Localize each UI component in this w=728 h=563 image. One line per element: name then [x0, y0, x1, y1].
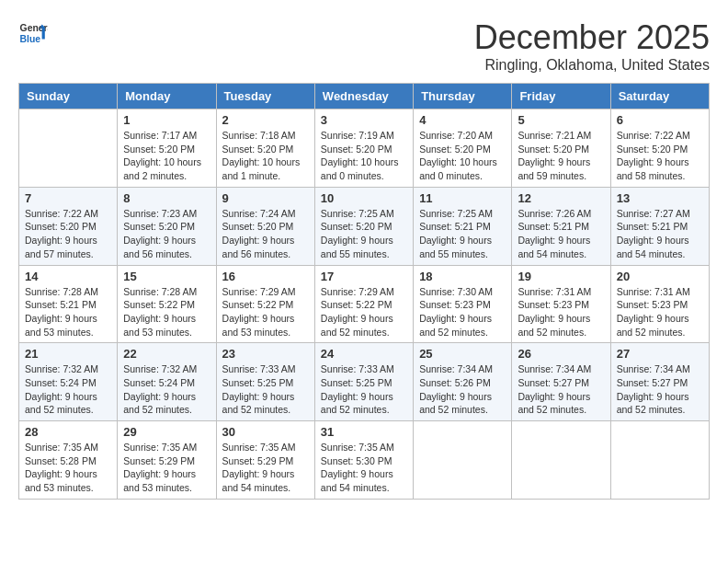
day-number: 6 — [617, 113, 703, 127]
calendar-cell — [414, 421, 512, 500]
logo-icon: General Blue — [18, 18, 48, 48]
day-number: 29 — [123, 425, 210, 439]
day-info: Sunrise: 7:29 AM Sunset: 5:22 PM Dayligh… — [321, 285, 407, 339]
day-number: 18 — [419, 270, 506, 283]
day-number: 21 — [25, 347, 111, 361]
column-header-saturday: Saturday — [610, 84, 709, 109]
calendar-week-2: 7Sunrise: 7:22 AM Sunset: 5:20 PM Daylig… — [19, 187, 710, 265]
calendar-cell: 9Sunrise: 7:24 AM Sunset: 5:20 PM Daylig… — [216, 187, 314, 265]
calendar-week-1: 1Sunrise: 7:17 AM Sunset: 5:20 PM Daylig… — [19, 109, 710, 188]
title-block: December 2025 Ringling, Oklahoma, United… — [474, 18, 710, 74]
calendar-cell: 20Sunrise: 7:31 AM Sunset: 5:23 PM Dayli… — [610, 265, 709, 343]
day-info: Sunrise: 7:35 AM Sunset: 5:29 PM Dayligh… — [123, 441, 210, 495]
calendar-cell: 18Sunrise: 7:30 AM Sunset: 5:23 PM Dayli… — [414, 265, 512, 343]
day-number: 1 — [123, 113, 210, 127]
day-number: 23 — [222, 347, 309, 361]
day-number: 26 — [518, 347, 604, 361]
day-number: 13 — [617, 191, 703, 205]
day-info: Sunrise: 7:35 AM Sunset: 5:28 PM Dayligh… — [25, 441, 111, 495]
day-number: 19 — [518, 270, 604, 283]
calendar-cell: 4Sunrise: 7:20 AM Sunset: 5:20 PM Daylig… — [414, 109, 512, 188]
day-number: 7 — [25, 191, 111, 205]
calendar-cell: 2Sunrise: 7:18 AM Sunset: 5:20 PM Daylig… — [216, 109, 314, 188]
column-header-thursday: Thursday — [414, 84, 512, 109]
day-info: Sunrise: 7:34 AM Sunset: 5:27 PM Dayligh… — [518, 362, 604, 417]
day-info: Sunrise: 7:25 AM Sunset: 5:21 PM Dayligh… — [419, 207, 506, 261]
day-info: Sunrise: 7:18 AM Sunset: 5:20 PM Dayligh… — [222, 129, 309, 183]
column-header-wednesday: Wednesday — [314, 84, 413, 109]
day-info: Sunrise: 7:19 AM Sunset: 5:20 PM Dayligh… — [321, 129, 407, 183]
day-number: 9 — [222, 191, 309, 205]
column-header-friday: Friday — [512, 84, 610, 109]
calendar-cell: 11Sunrise: 7:25 AM Sunset: 5:21 PM Dayli… — [414, 187, 512, 265]
day-number: 31 — [321, 425, 407, 439]
calendar-cell: 12Sunrise: 7:26 AM Sunset: 5:21 PM Dayli… — [512, 187, 610, 265]
calendar-cell: 17Sunrise: 7:29 AM Sunset: 5:22 PM Dayli… — [314, 265, 413, 343]
day-number: 11 — [419, 191, 506, 205]
day-number: 25 — [419, 347, 506, 361]
day-number: 2 — [222, 113, 309, 127]
calendar-cell: 7Sunrise: 7:22 AM Sunset: 5:20 PM Daylig… — [19, 187, 118, 265]
day-info: Sunrise: 7:34 AM Sunset: 5:27 PM Dayligh… — [617, 362, 703, 417]
calendar-cell: 22Sunrise: 7:32 AM Sunset: 5:24 PM Dayli… — [118, 343, 216, 421]
day-info: Sunrise: 7:21 AM Sunset: 5:20 PM Dayligh… — [518, 129, 604, 183]
day-info: Sunrise: 7:32 AM Sunset: 5:24 PM Dayligh… — [25, 362, 111, 417]
day-number: 15 — [123, 270, 210, 283]
calendar-week-3: 14Sunrise: 7:28 AM Sunset: 5:21 PM Dayli… — [19, 265, 710, 343]
calendar-cell: 14Sunrise: 7:28 AM Sunset: 5:21 PM Dayli… — [19, 265, 118, 343]
calendar-cell: 8Sunrise: 7:23 AM Sunset: 5:20 PM Daylig… — [118, 187, 216, 265]
calendar-cell: 27Sunrise: 7:34 AM Sunset: 5:27 PM Dayli… — [610, 343, 709, 421]
day-number: 10 — [321, 191, 407, 205]
calendar-cell: 3Sunrise: 7:19 AM Sunset: 5:20 PM Daylig… — [314, 109, 413, 188]
calendar-cell: 31Sunrise: 7:35 AM Sunset: 5:30 PM Dayli… — [314, 421, 413, 500]
calendar-cell: 26Sunrise: 7:34 AM Sunset: 5:27 PM Dayli… — [512, 343, 610, 421]
day-number: 22 — [123, 347, 210, 361]
calendar-cell — [610, 421, 709, 500]
calendar-cell: 24Sunrise: 7:33 AM Sunset: 5:25 PM Dayli… — [314, 343, 413, 421]
day-info: Sunrise: 7:22 AM Sunset: 5:20 PM Dayligh… — [25, 207, 111, 261]
svg-text:Blue: Blue — [20, 34, 41, 44]
day-number: 24 — [321, 347, 407, 361]
day-number: 16 — [222, 270, 309, 283]
calendar-cell: 16Sunrise: 7:29 AM Sunset: 5:22 PM Dayli… — [216, 265, 314, 343]
day-number: 17 — [321, 270, 407, 283]
day-info: Sunrise: 7:35 AM Sunset: 5:30 PM Dayligh… — [321, 441, 407, 495]
page-header: General Blue December 2025 Ringling, Okl… — [18, 18, 710, 74]
day-number: 12 — [518, 191, 604, 205]
calendar-cell: 13Sunrise: 7:27 AM Sunset: 5:21 PM Dayli… — [610, 187, 709, 265]
day-number: 8 — [123, 191, 210, 205]
calendar-cell: 10Sunrise: 7:25 AM Sunset: 5:20 PM Dayli… — [314, 187, 413, 265]
day-info: Sunrise: 7:31 AM Sunset: 5:23 PM Dayligh… — [617, 285, 703, 339]
column-header-tuesday: Tuesday — [216, 84, 314, 109]
day-number: 3 — [321, 113, 407, 127]
calendar-cell: 5Sunrise: 7:21 AM Sunset: 5:20 PM Daylig… — [512, 109, 610, 188]
day-info: Sunrise: 7:28 AM Sunset: 5:21 PM Dayligh… — [25, 285, 111, 339]
day-info: Sunrise: 7:33 AM Sunset: 5:25 PM Dayligh… — [321, 362, 407, 417]
calendar-header: SundayMondayTuesdayWednesdayThursdayFrid… — [19, 84, 710, 109]
day-info: Sunrise: 7:28 AM Sunset: 5:22 PM Dayligh… — [123, 285, 210, 339]
column-header-monday: Monday — [118, 84, 216, 109]
day-info: Sunrise: 7:23 AM Sunset: 5:20 PM Dayligh… — [123, 207, 210, 261]
calendar-week-4: 21Sunrise: 7:32 AM Sunset: 5:24 PM Dayli… — [19, 343, 710, 421]
day-info: Sunrise: 7:27 AM Sunset: 5:21 PM Dayligh… — [617, 207, 703, 261]
day-number: 28 — [25, 425, 111, 439]
day-number: 20 — [617, 270, 703, 283]
location: Ringling, Oklahoma, United States — [474, 57, 710, 74]
logo: General Blue — [18, 18, 48, 48]
calendar-cell — [19, 109, 118, 188]
day-number: 5 — [518, 113, 604, 127]
day-info: Sunrise: 7:17 AM Sunset: 5:20 PM Dayligh… — [123, 129, 210, 183]
day-info: Sunrise: 7:25 AM Sunset: 5:20 PM Dayligh… — [321, 207, 407, 261]
calendar-cell: 21Sunrise: 7:32 AM Sunset: 5:24 PM Dayli… — [19, 343, 118, 421]
day-number: 4 — [419, 113, 506, 127]
calendar-cell: 30Sunrise: 7:35 AM Sunset: 5:29 PM Dayli… — [216, 421, 314, 500]
day-info: Sunrise: 7:34 AM Sunset: 5:26 PM Dayligh… — [419, 362, 506, 417]
day-number: 27 — [617, 347, 703, 361]
day-info: Sunrise: 7:30 AM Sunset: 5:23 PM Dayligh… — [419, 285, 506, 339]
day-number: 14 — [25, 270, 111, 283]
calendar-cell: 6Sunrise: 7:22 AM Sunset: 5:20 PM Daylig… — [610, 109, 709, 188]
calendar-cell: 1Sunrise: 7:17 AM Sunset: 5:20 PM Daylig… — [118, 109, 216, 188]
day-number: 30 — [222, 425, 309, 439]
month-title: December 2025 — [474, 18, 710, 57]
day-info: Sunrise: 7:24 AM Sunset: 5:20 PM Dayligh… — [222, 207, 309, 261]
